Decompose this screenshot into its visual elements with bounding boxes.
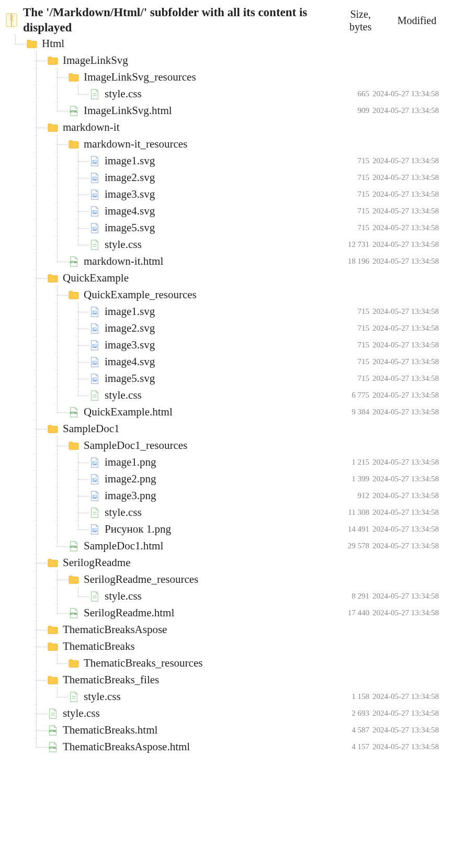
tree-item-label: SampleDoc1_resources bbox=[84, 439, 333, 452]
tree-file[interactable]: image1.svg7152024-05-27 13:34:58 bbox=[5, 153, 456, 170]
tree-folder[interactable]: QuickExample bbox=[5, 270, 456, 287]
tree-file[interactable]: image3.svg7152024-05-27 13:34:58 bbox=[5, 337, 456, 354]
svg-point-33 bbox=[93, 378, 94, 379]
tree-file[interactable]: style.css2 6932024-05-27 13:34:58 bbox=[5, 705, 456, 722]
tree-folder[interactable]: ThematicBreaks_resources bbox=[5, 655, 456, 672]
file-size: 715 bbox=[333, 374, 372, 383]
file-size: 665 bbox=[333, 89, 372, 98]
tree-file[interactable]: image2.svg7152024-05-27 13:34:58 bbox=[5, 320, 456, 337]
file-size: 6 775 bbox=[333, 391, 372, 400]
tree-file[interactable]: style.css11 3082024-05-27 13:34:58 bbox=[5, 504, 456, 521]
file-size: 715 bbox=[333, 307, 372, 316]
folder-icon bbox=[47, 122, 59, 133]
tree-folder[interactable]: ImageLinkSvg_resources bbox=[5, 69, 456, 86]
folder-icon bbox=[68, 658, 80, 669]
header-row: The '/Markdown/Html/' subfolder with all… bbox=[5, 5, 456, 36]
tree-gutter bbox=[5, 339, 89, 352]
tree-gutter bbox=[5, 121, 47, 134]
tree-item-label: image4.svg bbox=[105, 356, 333, 368]
tree-gutter bbox=[5, 239, 89, 251]
tree-file[interactable]: HTML ThematicBreaks.html4 5872024-05-27 … bbox=[5, 722, 456, 739]
html-icon: HTML bbox=[68, 256, 80, 267]
tree-file[interactable]: HTML ImageLinkSvg.html9092024-05-27 13:3… bbox=[5, 103, 456, 119]
tree-folder[interactable]: markdown-it bbox=[5, 119, 456, 136]
tree-gutter bbox=[5, 222, 89, 234]
tree-gutter bbox=[5, 674, 47, 686]
tree-file[interactable]: image5.svg7152024-05-27 13:34:58 bbox=[5, 220, 456, 236]
tree-file[interactable]: style.css12 7312024-05-27 13:34:58 bbox=[5, 236, 456, 253]
tree-file[interactable]: image3.png9122024-05-27 13:34:58 bbox=[5, 488, 456, 504]
tree-file[interactable]: image2.png1 3992024-05-27 13:34:58 bbox=[5, 471, 456, 488]
tree-file[interactable]: image3.svg7152024-05-27 13:34:58 bbox=[5, 186, 456, 203]
tree-folder[interactable]: markdown-it_resources bbox=[5, 136, 456, 153]
tree-folder[interactable]: ThematicBreaks_files bbox=[5, 672, 456, 689]
file-modified: 2024-05-27 13:34:58 bbox=[372, 156, 456, 165]
tree-folder[interactable]: Html bbox=[5, 36, 456, 52]
tree-item-label: image1.png bbox=[105, 456, 333, 468]
tree-file[interactable]: HTML SerilogReadme.html17 4402024-05-27 … bbox=[5, 605, 456, 622]
tree-gutter bbox=[5, 88, 89, 100]
zip-icon bbox=[5, 13, 18, 28]
file-size: 14 491 bbox=[333, 525, 372, 534]
file-size: 715 bbox=[333, 223, 372, 232]
svg-rect-54 bbox=[51, 714, 54, 715]
tree-file[interactable]: HTML ThematicBreaksAspose.html4 1572024-… bbox=[5, 739, 456, 756]
tree-file[interactable]: style.css1 1582024-05-27 13:34:58 bbox=[5, 689, 456, 705]
file-size: 18 196 bbox=[333, 257, 372, 266]
tree-file[interactable]: HTML SampleDoc1.html29 5782024-05-27 13:… bbox=[5, 538, 456, 555]
tree-gutter bbox=[5, 573, 68, 586]
tree-file[interactable]: style.css8 2912024-05-27 13:34:58 bbox=[5, 588, 456, 605]
svg-text:HTML: HTML bbox=[70, 411, 78, 414]
tree-gutter bbox=[5, 105, 68, 117]
tree-file[interactable]: image2.svg7152024-05-27 13:34:58 bbox=[5, 170, 456, 186]
file-modified: 2024-05-27 13:34:58 bbox=[372, 89, 456, 98]
tree-folder[interactable]: SampleDoc1 bbox=[5, 421, 456, 437]
file-modified: 2024-05-27 13:34:58 bbox=[372, 692, 456, 701]
file-modified: 2024-05-27 13:34:58 bbox=[372, 742, 456, 751]
tree-file[interactable]: Рисунок 1.png14 4912024-05-27 13:34:58 bbox=[5, 521, 456, 538]
tree-folder[interactable]: ImageLinkSvg bbox=[5, 52, 456, 69]
tree-gutter bbox=[5, 389, 89, 402]
svg-rect-52 bbox=[72, 697, 75, 698]
svg-point-38 bbox=[93, 462, 94, 463]
svg-rect-48 bbox=[93, 595, 96, 596]
tree-item-label: image5.svg bbox=[105, 222, 333, 234]
tree-gutter bbox=[5, 506, 89, 519]
tree-folder[interactable]: ThematicBreaks bbox=[5, 638, 456, 655]
tree-file[interactable]: image1.png1 2152024-05-27 13:34:58 bbox=[5, 454, 456, 471]
file-modified: 2024-05-27 13:34:58 bbox=[372, 207, 456, 216]
tree-file[interactable]: image5.svg7152024-05-27 13:34:58 bbox=[5, 370, 456, 387]
file-modified: 2024-05-27 13:34:58 bbox=[372, 240, 456, 249]
tree-folder[interactable]: SampleDoc1_resources bbox=[5, 437, 456, 454]
svg-rect-21 bbox=[93, 244, 96, 245]
tree-file[interactable]: image4.svg7152024-05-27 13:34:58 bbox=[5, 203, 456, 220]
tree-file[interactable]: image4.svg7152024-05-27 13:34:58 bbox=[5, 354, 456, 370]
tree-file[interactable]: style.css6 7752024-05-27 13:34:58 bbox=[5, 387, 456, 404]
tree-folder[interactable]: SerilogReadme bbox=[5, 555, 456, 571]
file-modified: 2024-05-27 13:34:58 bbox=[372, 458, 456, 467]
svg-point-16 bbox=[93, 194, 94, 195]
svg-rect-44 bbox=[93, 513, 96, 514]
file-modified: 2024-05-27 13:34:58 bbox=[372, 374, 456, 383]
image-icon bbox=[89, 189, 100, 200]
svg-rect-43 bbox=[93, 512, 96, 513]
folder-icon bbox=[47, 674, 59, 686]
svg-point-18 bbox=[93, 211, 94, 212]
tree-folder[interactable]: SerilogReadme_resources bbox=[5, 571, 456, 588]
tree-folder[interactable]: QuickExample_resources bbox=[5, 287, 456, 303]
image-icon bbox=[89, 457, 100, 468]
tree-item-label: style.css bbox=[105, 590, 333, 602]
folder-icon bbox=[68, 139, 80, 150]
svg-rect-51 bbox=[72, 696, 75, 697]
tree-gutter bbox=[5, 272, 47, 285]
tree-file[interactable]: HTML QuickExample.html9 3842024-05-27 13… bbox=[5, 404, 456, 421]
file-size: 29 578 bbox=[333, 542, 372, 550]
file-size: 9 384 bbox=[333, 408, 372, 416]
tree-file[interactable]: style.css6652024-05-27 13:34:58 bbox=[5, 86, 456, 103]
tree-file[interactable]: HTML markdown-it.html18 1962024-05-27 13… bbox=[5, 253, 456, 270]
tree-item-label: image2.png bbox=[105, 473, 333, 485]
file-size: 912 bbox=[333, 491, 372, 500]
tree-file[interactable]: image1.svg7152024-05-27 13:34:58 bbox=[5, 303, 456, 320]
tree-item-label: SerilogReadme_resources bbox=[84, 573, 333, 585]
tree-folder[interactable]: ThematicBreaksAspose bbox=[5, 622, 456, 638]
